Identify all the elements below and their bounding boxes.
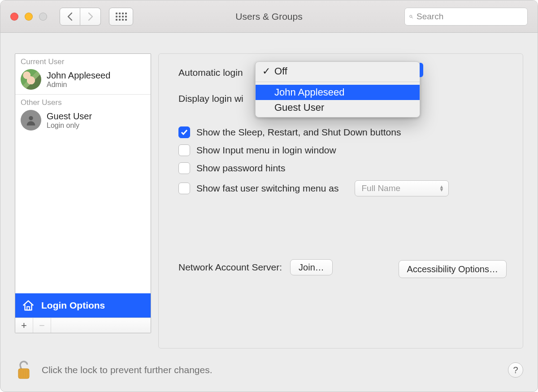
automatic-login-label: Automatic login: [178, 67, 243, 78]
checkmark-icon: ✓: [262, 65, 271, 77]
option-label: Off: [274, 65, 287, 77]
select-value: Full Name: [361, 183, 400, 193]
avatar: [21, 110, 41, 131]
close-window-button[interactable]: [10, 13, 18, 21]
separator: [256, 82, 420, 82]
button-label: Join…: [299, 262, 324, 273]
accessibility-options-button[interactable]: Accessibility Options…: [399, 260, 507, 278]
other-users-section-label: Other Users: [15, 95, 151, 108]
checkbox[interactable]: [178, 183, 190, 194]
remove-user-button: −: [33, 318, 51, 333]
svg-line-1: [412, 17, 412, 18]
nav-buttons: [60, 8, 101, 26]
dropdown-option-john-appleseed[interactable]: John Appleseed: [256, 85, 420, 100]
lock-hint-text: Click the lock to prevent further change…: [42, 365, 213, 375]
search-icon: [409, 13, 413, 21]
minimize-window-button[interactable]: [25, 13, 33, 21]
help-button[interactable]: ?: [508, 362, 523, 378]
unlocked-lock-icon: [15, 359, 33, 381]
updown-icon: ▲▼: [439, 185, 444, 192]
add-user-button[interactable]: +: [15, 318, 33, 333]
checkbox[interactable]: [178, 162, 190, 174]
dropdown-option-guest-user[interactable]: Guest User: [256, 100, 420, 115]
house-icon: [22, 299, 35, 312]
checkbox-label: Show Input menu in login window: [196, 145, 336, 156]
titlebar: Users & Groups: [0, 0, 538, 33]
question-icon: ?: [513, 365, 518, 375]
option-label: John Appleseed: [274, 87, 345, 98]
search-field-wrap[interactable]: [404, 8, 528, 26]
checkbox[interactable]: [178, 144, 190, 156]
login-options-row[interactable]: Login Options: [15, 293, 151, 318]
button-label: Accessibility Options…: [407, 264, 498, 274]
option-label: Guest User: [274, 102, 324, 113]
lock-button[interactable]: [15, 359, 33, 381]
current-user-row[interactable]: John Appleseed Admin: [15, 67, 151, 94]
chevron-right-icon: [87, 12, 94, 21]
users-sidebar: Current User John Appleseed Admin Other …: [15, 53, 151, 333]
preferences-window: Users & Groups Current User John Applese…: [0, 0, 538, 392]
search-input[interactable]: [417, 12, 523, 22]
show-all-prefs-button[interactable]: [109, 8, 133, 26]
checkbox-row-input-menu[interactable]: Show Input menu in login window: [178, 144, 507, 156]
automatic-login-dropdown[interactable]: ✓ Off John Appleseed Guest User: [255, 61, 420, 118]
current-user-section-label: Current User: [15, 54, 151, 67]
person-icon: [25, 114, 37, 126]
footer: Click the lock to prevent further change…: [0, 348, 538, 392]
display-login-label: Display login wi: [178, 93, 243, 104]
traffic-lights: [10, 13, 47, 21]
sidebar-footer: + −: [15, 318, 151, 333]
checkbox[interactable]: [178, 126, 190, 138]
login-options-label: Login Options: [41, 300, 105, 311]
zoom-window-button: [39, 13, 47, 21]
checkbox-row-sleep[interactable]: Show the Sleep, Restart, and Shut Down b…: [178, 126, 507, 138]
avatar: [21, 69, 41, 90]
check-icon: [180, 128, 188, 136]
chevron-left-icon: [67, 12, 73, 21]
checkbox-label: Show fast user switching menu as: [196, 183, 338, 194]
user-role: Admin: [47, 81, 110, 89]
fast-user-switch-select: Full Name ▲▼: [355, 180, 449, 196]
user-name: John Appleseed: [47, 70, 110, 81]
other-user-row[interactable]: Guest User Login only: [15, 108, 151, 135]
join-button[interactable]: Join…: [290, 259, 333, 275]
dropdown-option-off[interactable]: ✓ Off: [256, 64, 420, 79]
checkbox-row-password-hints[interactable]: Show password hints: [178, 162, 507, 174]
network-account-server-label: Network Account Server:: [178, 262, 282, 273]
grid-icon: [116, 13, 127, 21]
svg-point-2: [29, 116, 33, 120]
back-button[interactable]: [60, 8, 80, 26]
select-end-cap: [420, 63, 423, 77]
user-name: Guest User: [47, 111, 92, 122]
forward-button: [80, 8, 101, 26]
checkbox-row-fast-user-switching[interactable]: Show fast user switching menu as Full Na…: [178, 180, 507, 196]
checkbox-label: Show the Sleep, Restart, and Shut Down b…: [196, 127, 401, 138]
user-role: Login only: [47, 122, 92, 130]
checkbox-label: Show password hints: [196, 163, 285, 174]
